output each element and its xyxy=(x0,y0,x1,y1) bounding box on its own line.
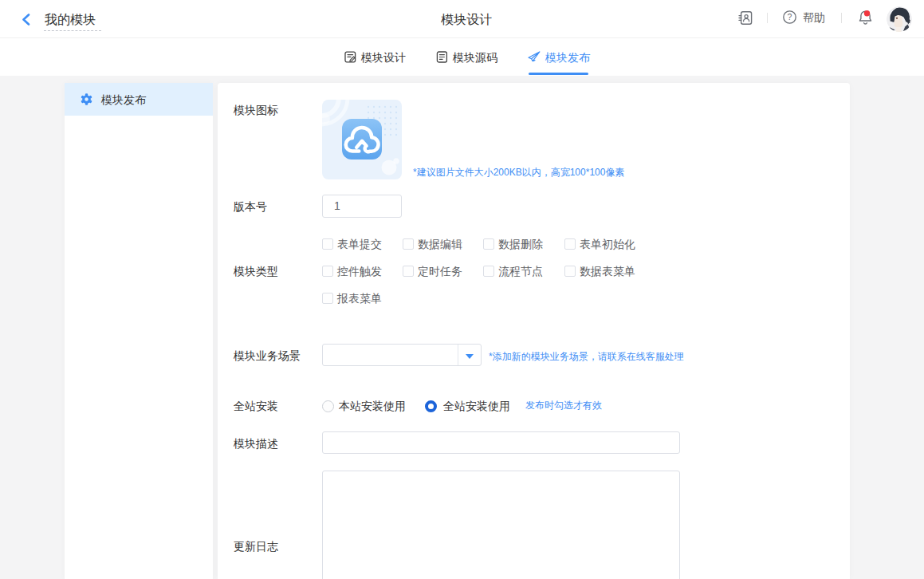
svg-text:?: ? xyxy=(788,12,792,22)
